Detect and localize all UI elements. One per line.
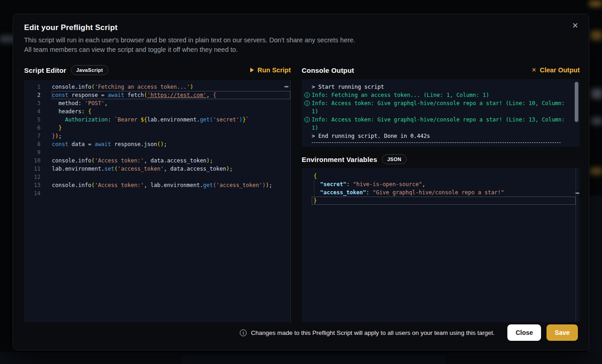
indent-guide [314,180,314,205]
console-entry-text: Info: Access token: Give graphql-hive/co… [312,99,573,116]
line-number: 1 [24,83,40,91]
description-line: All team members can view the script and… [24,45,355,55]
line-number: 9 [24,148,40,157]
close-button[interactable]: Close [507,324,541,341]
info-icon: i [304,92,310,98]
clear-output-label: Clear Output [540,66,580,74]
info-icon: i [304,101,310,106]
env-json-line: } [312,197,576,205]
env-json-line: "access_token": "Give graphql-hive/conso… [312,188,576,197]
close-icon[interactable]: ✕ [570,20,581,31]
line-number: 3 [24,99,40,107]
code-line: }); [52,132,290,140]
backdrop-blur-shape [591,117,602,125]
code-line: console.info('Access token:', data.acces… [52,157,290,165]
line-number: 5 [24,116,40,124]
backdrop-blur-shape [591,89,602,99]
play-icon [250,68,254,72]
environment-variables-editor[interactable]: { "secret": "hive-is-open-source", "acce… [302,168,580,322]
overview-ruler-mark [575,192,579,194]
code-line: } [52,124,290,132]
code-line: console.info('Fetching an access token..… [52,83,290,91]
code-line [52,148,290,157]
backdrop-panel [182,355,446,364]
overview-ruler-mark [284,86,288,87]
footer-note-text: Changes made to this Preflight Script wi… [251,329,495,336]
clear-icon: × [532,67,536,73]
line-number: 8 [24,140,40,148]
line-number: 7 [24,132,40,140]
line-number: 14 [24,189,40,197]
backdrop-blur-shape [589,1,602,6]
line-number: 11 [24,165,40,173]
environment-json: { "secret": "hive-is-open-source", "acce… [302,168,580,205]
line-number: 6 [24,124,40,132]
console-entry: > Start running script [304,83,573,91]
console-entry: iInfo: Access token: Give graphql-hive/c… [304,99,573,116]
editor-code: console.info('Fetching an access token..… [52,83,290,322]
script-editor[interactable]: 1234567891011121314 console.info('Fetchi… [24,80,291,322]
console-entry-text: Info: Access token: Give graphql-hive/co… [312,116,573,132]
backdrop-blur-shape [591,31,602,40]
console-entry-text: Info: Fetching an access token... (Line:… [312,91,573,99]
run-script-label: Run Script [258,66,291,74]
environment-variables-title: Environment Variables [302,156,377,163]
run-script-button[interactable]: Run Script [250,66,291,74]
console-entry-text: > End running script. Done in 0.442s [312,132,573,140]
line-number: 2 [24,91,40,99]
console-log-list: > Start running scriptiInfo: Fetching an… [302,79,580,143]
code-line: const data = await response.json(); [52,140,290,148]
code-line: lab.environment.set('access_token', data… [52,165,290,173]
line-number: 10 [24,157,40,165]
page-title: Edit your Preflight Script [24,23,117,32]
code-line [52,173,290,181]
javascript-badge: JavaScript [71,65,109,75]
code-line: Authorization: `Bearer ${lab.environment… [52,116,290,124]
backdrop-blur-shape [590,167,602,175]
code-line: const response = await fetch('https://te… [52,91,290,99]
code-line: headers: { [52,107,290,116]
json-badge: JSON [382,154,407,164]
env-json-line: { [312,172,576,180]
code-line: method: 'POST', [52,99,290,107]
code-line [52,189,290,197]
console-output-title: Console Output [302,66,354,74]
env-json-line: "secret": "hive-is-open-source", [312,180,576,188]
console-entry: > End running script. Done in 0.442s [304,132,573,140]
save-button[interactable]: Save [546,324,578,341]
console-output-panel: > Start running scriptiInfo: Fetching an… [302,79,580,147]
description-line: This script will run in each user's brow… [24,35,355,45]
info-icon: i [304,117,310,122]
console-separator [312,142,561,143]
line-number: 12 [24,173,40,181]
footer-note: i Changes made to this Preflight Script … [240,329,495,336]
code-line: console.info('Access token:', lab.enviro… [52,181,290,189]
info-icon: i [240,329,247,336]
line-number: 4 [24,107,40,116]
modal-description: This script will run in each user's brow… [24,35,355,55]
console-entry: iInfo: Access token: Give graphql-hive/c… [304,116,573,132]
preflight-script-modal: ✕ Edit your Preflight Script This script… [13,14,589,350]
console-entry-text: > Start running script [312,83,573,91]
clear-output-button[interactable]: × Clear Output [532,66,580,74]
line-number: 13 [24,181,40,189]
script-editor-title: Script Editor [24,66,66,74]
console-entry: iInfo: Fetching an access token... (Line… [304,91,573,99]
editor-gutter: 1234567891011121314 [24,83,42,322]
console-scrollbar[interactable] [575,82,578,122]
